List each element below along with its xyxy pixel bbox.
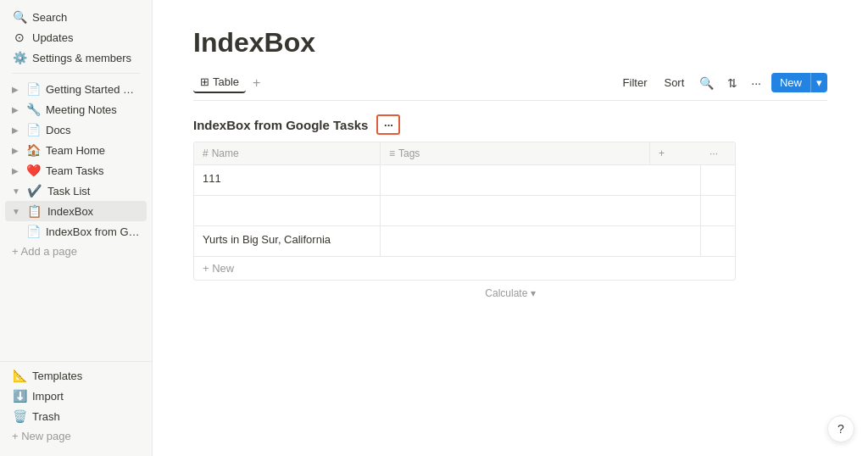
- templates-label: Templates: [32, 370, 140, 382]
- sidebar-item-indexbox[interactable]: ▼ 📋 IndexBox: [5, 201, 147, 221]
- heart-icon: ❤️: [25, 164, 41, 177]
- add-column-button[interactable]: +: [650, 142, 701, 164]
- row2-tags-cell: [381, 196, 701, 225]
- tags-column-header: ≡ Tags: [381, 142, 650, 164]
- more-options-icon[interactable]: ···: [748, 74, 765, 92]
- sidebar-item-indexbox-from-google[interactable]: 📄 IndexBox from Google...: [5, 221, 147, 242]
- sidebar-item-meeting-notes[interactable]: ▶ 🔧 Meeting Notes: [5, 99, 147, 120]
- trash-icon: 🗑️: [12, 409, 27, 423]
- meeting-notes-label: Meeting Notes: [46, 103, 140, 116]
- calculate-label: Calculate: [485, 287, 527, 299]
- toolbar-right: Filter Sort 🔍 ⇅ ··· New ▾: [618, 73, 827, 92]
- sidebar-item-team-tasks[interactable]: ▶ ❤️ Team Tasks: [5, 160, 147, 181]
- sidebar-top: 🔍 Search ⊙ Updates ⚙️ Settings & members…: [0, 0, 152, 264]
- docs-label: Docs: [46, 124, 140, 136]
- indexbox-label: IndexBox: [47, 205, 140, 218]
- chevron-icon: ▶: [12, 85, 19, 94]
- indexbox-icon: 📋: [27, 204, 42, 218]
- task-list-label: Task List: [47, 185, 140, 197]
- new-page-item[interactable]: + New page: [5, 426, 147, 446]
- help-label: ?: [837, 422, 844, 436]
- new-button-arrow[interactable]: ▾: [810, 73, 827, 92]
- database-table: # Name ≡ Tags + ··· 111: [193, 142, 736, 281]
- tags-col-icon: ≡: [389, 147, 395, 159]
- row1-name-cell[interactable]: 111: [194, 165, 381, 195]
- search-icon: 🔍: [12, 10, 27, 24]
- check-icon: ✔️: [27, 184, 42, 197]
- updates-item[interactable]: ⊙ Updates: [5, 27, 147, 47]
- calculate-arrow: ▾: [531, 287, 536, 299]
- team-home-label: Team Home: [46, 144, 140, 157]
- new-button-label: New: [771, 73, 810, 92]
- trash-label: Trash: [32, 410, 140, 423]
- tags-col-label: Tags: [398, 147, 420, 159]
- name-column-header: # Name: [194, 142, 381, 164]
- new-row-button[interactable]: + New: [194, 257, 735, 280]
- sidebar-divider: [12, 73, 140, 74]
- add-page-item[interactable]: + Add a page: [5, 242, 147, 261]
- main-content-area: IndexBox ⊞ Table + Filter Sort 🔍 ⇅ ··· N…: [153, 0, 868, 456]
- search-toolbar-icon[interactable]: 🔍: [696, 74, 717, 92]
- sidebar-item-team-home[interactable]: ▶ 🏠 Team Home: [5, 140, 147, 160]
- sidebar-item-trash[interactable]: 🗑️ Trash: [5, 406, 147, 426]
- table-row[interactable]: [194, 196, 735, 226]
- new-row-label: + New: [203, 262, 234, 275]
- calculate-button[interactable]: Calculate ▾: [193, 281, 827, 306]
- settings-item[interactable]: ⚙️ Settings & members: [5, 47, 147, 68]
- name-col-icon: #: [203, 147, 209, 159]
- chevron-icon: ▶: [12, 146, 19, 155]
- page-icon: 📄: [25, 82, 41, 96]
- nested-item-label: IndexBox from Google...: [46, 225, 140, 238]
- getting-started-label: Getting Started on Mobile: [46, 83, 140, 96]
- updates-label: Updates: [32, 31, 140, 44]
- add-page-label: + Add a page: [12, 245, 140, 258]
- header-more-icon[interactable]: ···: [701, 142, 735, 164]
- team-tasks-label: Team Tasks: [46, 164, 140, 177]
- page-content: IndexBox ⊞ Table + Filter Sort 🔍 ⇅ ··· N…: [153, 0, 868, 456]
- row3-name-cell[interactable]: Yurts in Big Sur, California: [194, 226, 381, 256]
- search-item[interactable]: 🔍 Search: [5, 7, 147, 27]
- new-page-label: + New page: [12, 430, 140, 442]
- settings-icon: ⚙️: [12, 51, 27, 64]
- row1-tags-cell: [381, 165, 701, 195]
- chevron-icon: ▶: [12, 105, 19, 114]
- sidebar-item-getting-started[interactable]: ▶ 📄 Getting Started on Mobile: [5, 79, 147, 99]
- search-label: Search: [32, 11, 140, 24]
- import-label: Import: [32, 390, 140, 403]
- sidebar-bottom: 📐 Templates ⬇️ Import 🗑️ Trash + New pag…: [0, 361, 152, 449]
- wrench-icon: 🔧: [25, 103, 41, 116]
- settings-label: Settings & members: [32, 52, 140, 64]
- add-view-button[interactable]: +: [253, 75, 260, 91]
- docs-icon: 📄: [25, 123, 41, 136]
- chevron-icon: ▶: [12, 125, 19, 135]
- updates-icon: ⊙: [12, 31, 27, 44]
- row2-more-cell[interactable]: [701, 196, 735, 225]
- chevron-icon: ▼: [12, 207, 20, 216]
- sidebar-item-import[interactable]: ⬇️ Import: [5, 386, 147, 406]
- nested-page-icon: 📄: [25, 225, 41, 238]
- templates-icon: 📐: [12, 369, 27, 382]
- new-button[interactable]: New ▾: [771, 73, 827, 92]
- row3-more-cell[interactable]: [701, 226, 735, 256]
- row1-more-cell[interactable]: [701, 165, 735, 195]
- row2-name-cell[interactable]: [194, 196, 381, 225]
- sort-button[interactable]: Sort: [659, 74, 689, 92]
- name-col-label: Name: [212, 147, 239, 159]
- options-icon[interactable]: ⇅: [724, 74, 741, 92]
- table-tab-label: Table: [213, 75, 239, 88]
- filter-button[interactable]: Filter: [618, 74, 653, 92]
- chevron-icon: ▶: [12, 166, 19, 175]
- table-header-row: # Name ≡ Tags + ···: [194, 142, 735, 165]
- page-title: IndexBox: [193, 27, 827, 58]
- table-row[interactable]: 111: [194, 165, 735, 196]
- table-tab[interactable]: ⊞ Table: [193, 72, 246, 93]
- import-icon: ⬇️: [12, 389, 27, 403]
- sidebar-item-docs[interactable]: ▶ 📄 Docs: [5, 120, 147, 140]
- db-section-more-button[interactable]: ···: [376, 114, 400, 135]
- db-section-header: IndexBox from Google Tasks ···: [193, 114, 827, 135]
- sidebar-item-templates[interactable]: 📐 Templates: [5, 365, 147, 386]
- table-row[interactable]: Yurts in Big Sur, California: [194, 226, 735, 257]
- db-section-title-text: IndexBox from Google Tasks: [193, 118, 368, 132]
- sidebar-item-task-list[interactable]: ▼ ✔️ Task List: [5, 181, 147, 201]
- help-button[interactable]: ?: [827, 415, 854, 442]
